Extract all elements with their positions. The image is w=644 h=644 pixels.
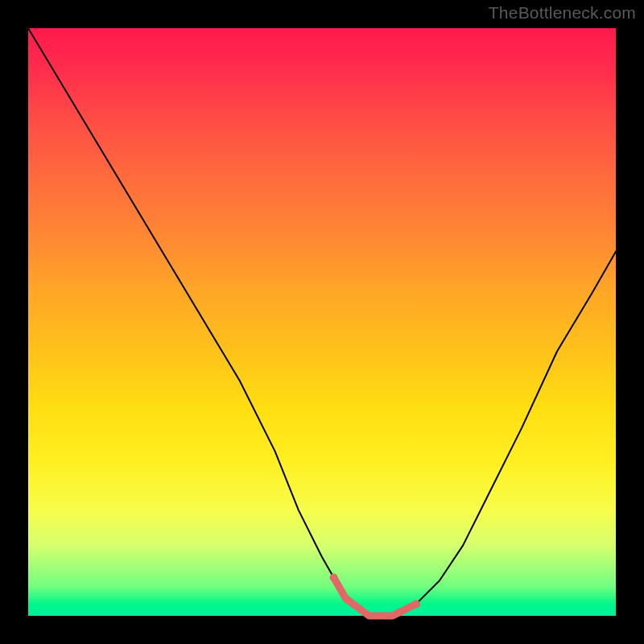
curve-line [28, 28, 616, 616]
optimal-range-end-dot [412, 600, 420, 608]
plot-area [28, 28, 616, 616]
chart-container: TheBottleneck.com [0, 0, 644, 644]
bottleneck-curve [28, 28, 616, 616]
watermark: TheBottleneck.com [489, 3, 636, 23]
optimal-range-start-dot [330, 574, 338, 582]
optimal-range-marker [334, 578, 416, 617]
